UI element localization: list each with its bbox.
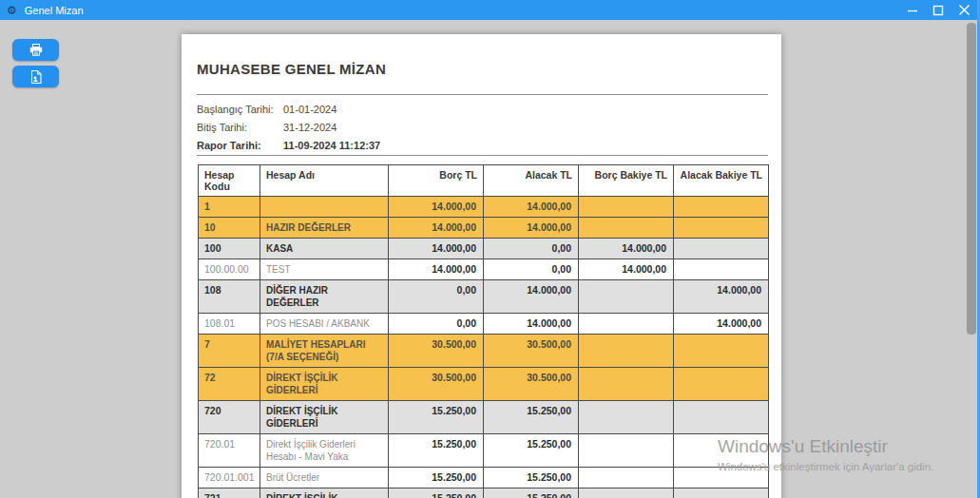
window-titlebar: ⚙ Genel Mizan	[0, 0, 980, 20]
table-row: 720.01.001Brüt Ücretler15.250,0015.250,0…	[199, 468, 769, 488]
cell-hesap-adi	[260, 197, 389, 218]
table-row: 720.01Direkt İşçilik Giderleri Hesabı - …	[199, 434, 769, 468]
cell-borc-tl: 14.000,00	[389, 259, 484, 280]
cell-borc-tl: 30.500,00	[389, 335, 484, 368]
end-date-row: Bitiş Tarihi: 31-12-2024	[197, 119, 768, 137]
cell-hesap-adi: DİREKT İŞÇİLİK GİDERLERİ YANSITMA HESABI	[260, 488, 389, 498]
cell-hesap-kodu: 108	[199, 280, 260, 314]
minimize-button[interactable]	[906, 4, 919, 17]
cell-borc-bakiye-tl	[579, 314, 674, 335]
cell-hesap-adi: TEST	[260, 259, 389, 280]
cell-borc-bakiye-tl	[579, 197, 674, 218]
export-pdf-button[interactable]	[12, 66, 59, 87]
table-row: 721DİREKT İŞÇİLİK GİDERLERİ YANSITMA HES…	[199, 488, 769, 498]
cell-borc-bakiye-tl	[579, 280, 674, 314]
cell-alacak-tl: 15.250,00	[484, 468, 579, 488]
cell-hesap-kodu: 10	[199, 218, 260, 239]
cell-hesap-adi: Direkt İşçilik Giderleri Hesabı - Mavi Y…	[260, 434, 389, 468]
report-title: MUHASEBE GENEL MİZAN	[197, 61, 768, 77]
close-icon	[958, 4, 970, 16]
table-row: 10HAZIR DEĞERLER14.000,0014.000,00	[199, 218, 769, 239]
cell-alacak-tl: 15.250,00	[484, 488, 579, 498]
cell-hesap-adi: Brüt Ücretler	[260, 468, 389, 488]
cell-borc-bakiye-tl: 14.000,00	[579, 239, 674, 259]
cell-borc-bakiye-tl: 14.000,00	[579, 259, 674, 280]
table-row: 720DİREKT İŞÇİLİK GİDERLERİ15.250,0015.2…	[199, 401, 769, 434]
cell-hesap-kodu: 100	[199, 239, 260, 259]
cell-alacak-bakiye-tl	[674, 197, 769, 218]
cell-alacak-tl: 14.000,00	[484, 314, 579, 335]
cell-hesap-kodu: 720.01.001	[199, 468, 260, 488]
cell-alacak-bakiye-tl	[674, 434, 769, 468]
cell-hesap-kodu: 7	[199, 335, 260, 368]
close-button[interactable]	[957, 4, 970, 17]
table-row: 100.00.00TEST14.000,000,0014.000,00	[199, 259, 769, 280]
cell-hesap-adi: POS HESABI / AKBANK	[260, 314, 389, 335]
cell-hesap-kodu: 720	[199, 401, 260, 434]
report-date-label: Rapor Tarihi:	[197, 137, 283, 155]
header-alacak-bakiye-tl: Alacak Bakiye TL	[674, 165, 769, 197]
cell-borc-bakiye-tl	[579, 401, 674, 434]
report-page: MUHASEBE GENEL MİZAN Başlangıç Tarihi: 0…	[182, 34, 781, 498]
cell-borc-tl: 14.000,00	[389, 218, 484, 239]
table-row: 72DİREKT İŞÇİLİK GİDERLERİ30.500,0030.50…	[199, 368, 769, 401]
cell-alacak-tl: 0,00	[484, 239, 579, 259]
mizan-table-body: 114.000,0014.000,0010HAZIR DEĞERLER14.00…	[199, 197, 769, 498]
window-controls	[906, 4, 980, 17]
cell-borc-bakiye-tl	[579, 434, 674, 468]
minimize-icon	[907, 5, 918, 16]
cell-alacak-bakiye-tl	[674, 335, 769, 368]
cell-hesap-kodu: 100.00.00	[199, 259, 260, 280]
cell-alacak-bakiye-tl	[674, 259, 769, 280]
cell-borc-tl: 30.500,00	[389, 368, 484, 401]
start-date-label: Başlangıç Tarihi:	[197, 101, 283, 119]
cell-alacak-bakiye-tl	[674, 488, 769, 498]
cell-alacak-tl: 30.500,00	[484, 368, 579, 401]
cell-alacak-tl: 14.000,00	[484, 280, 579, 314]
end-date-value: 31-12-2024	[283, 119, 336, 137]
print-button[interactable]	[12, 39, 59, 61]
cell-alacak-tl: 15.250,00	[484, 434, 579, 468]
cell-hesap-adi: DİREKT İŞÇİLİK GİDERLERİ	[260, 368, 389, 401]
start-date-row: Başlangıç Tarihi: 01-01-2024	[197, 101, 768, 119]
start-date-value: 01-01-2024	[283, 101, 336, 119]
table-row: 108.01POS HESABI / AKBANK0,0014.000,0014…	[199, 314, 769, 335]
cell-borc-tl: 15.250,00	[389, 401, 484, 434]
cell-hesap-adi: MALİYET HESAPLARI (7/A SEÇENEĞİ)	[260, 335, 389, 368]
report-date-value: 11-09-2024 11:12:37	[283, 137, 380, 155]
maximize-button[interactable]	[932, 4, 945, 17]
divider	[197, 94, 768, 95]
divider	[197, 155, 768, 156]
cell-borc-bakiye-tl	[579, 335, 674, 368]
cell-borc-bakiye-tl	[579, 468, 674, 488]
cell-borc-tl: 14.000,00	[389, 239, 484, 259]
table-header-row: Hesap Kodu Hesap Adı Borç TL Alacak TL B…	[199, 165, 769, 197]
cell-borc-bakiye-tl	[579, 368, 674, 401]
cell-alacak-tl: 0,00	[484, 259, 579, 280]
table-row: 114.000,0014.000,00	[199, 197, 769, 218]
maximize-icon	[932, 5, 944, 16]
table-row: 100KASA14.000,000,0014.000,00	[199, 239, 769, 259]
header-borc-tl: Borç TL	[389, 165, 484, 197]
table-row: 7MALİYET HESAPLARI (7/A SEÇENEĞİ)30.500,…	[199, 335, 769, 368]
cell-borc-tl: 0,00	[389, 280, 484, 314]
pdf-file-icon	[30, 70, 42, 84]
cell-borc-tl: 15.250,00	[389, 468, 484, 488]
cell-alacak-bakiye-tl	[674, 239, 769, 259]
cell-alacak-bakiye-tl	[674, 401, 769, 434]
table-row: 108DİĞER HAZIR DEĞERLER0,0014.000,0014.0…	[199, 280, 769, 314]
cell-hesap-kodu: 72	[199, 368, 260, 401]
cell-hesap-kodu: 720.01	[199, 434, 260, 468]
vertical-scrollbar-thumb[interactable]	[967, 23, 976, 335]
cell-alacak-tl: 30.500,00	[484, 335, 579, 368]
cell-alacak-tl: 14.000,00	[484, 197, 579, 218]
header-hesap-kodu: Hesap Kodu	[199, 165, 260, 197]
cell-borc-tl: 15.250,00	[389, 488, 484, 498]
cell-alacak-bakiye-tl: 14.000,00	[674, 314, 769, 335]
cell-hesap-adi: KASA	[260, 239, 389, 259]
cell-borc-tl: 14.000,00	[389, 197, 484, 218]
cell-hesap-kodu: 108.01	[199, 314, 260, 335]
cell-borc-bakiye-tl	[579, 488, 674, 498]
cell-alacak-bakiye-tl	[674, 468, 769, 488]
cell-alacak-bakiye-tl	[674, 368, 769, 401]
